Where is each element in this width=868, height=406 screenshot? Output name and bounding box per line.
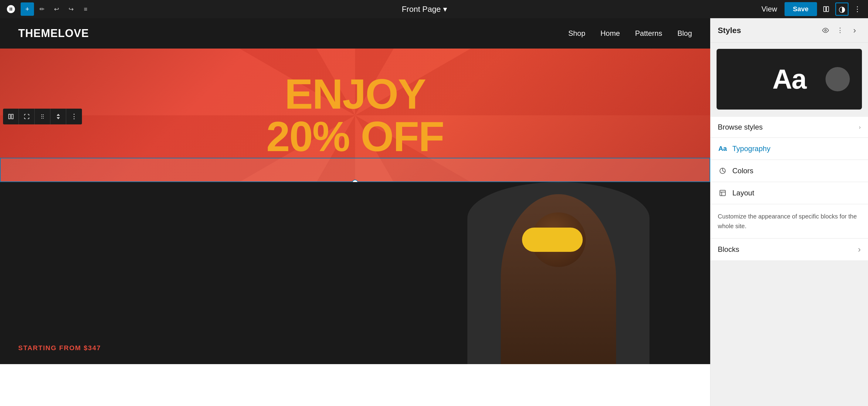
- svg-point-4: [41, 115, 42, 115]
- page-title-text: Front Page: [402, 5, 441, 14]
- blocks-chevron: ›: [858, 245, 861, 254]
- colors-item-left: Colors: [718, 166, 753, 176]
- svg-point-8: [41, 118, 42, 119]
- svg-rect-3: [11, 115, 13, 119]
- browse-styles-chevron: ›: [859, 124, 861, 130]
- save-button[interactable]: Save: [784, 2, 817, 16]
- hero-banner: ENJOY 20% OFF: [0, 49, 710, 182]
- nav-blog[interactable]: Blog: [677, 29, 692, 38]
- layout-toggle-button[interactable]: [819, 2, 833, 16]
- layout-item-left: Layout: [718, 188, 754, 198]
- site-nav: Shop Home Patterns Blog: [568, 29, 692, 38]
- pen-tool-button[interactable]: ✏: [35, 2, 49, 16]
- panel-close-button[interactable]: ›: [848, 24, 861, 36]
- browse-styles-item[interactable]: Browse styles ›: [711, 117, 868, 138]
- block-more-button[interactable]: ⋮: [66, 108, 82, 124]
- typography-item-left: Aa Typography: [718, 144, 770, 154]
- block-toolbar: ⋮: [3, 108, 82, 124]
- svg-rect-2: [8, 115, 10, 119]
- starting-from-text: STARTING FROM $347: [18, 344, 101, 352]
- svg-point-5: [43, 115, 44, 115]
- drag-handle[interactable]: [352, 180, 358, 182]
- nav-patterns[interactable]: Patterns: [635, 29, 662, 38]
- block-drag-button[interactable]: [35, 108, 51, 124]
- settings-more-button[interactable]: ⋮: [851, 2, 864, 16]
- style-preview[interactable]: Aa: [717, 49, 862, 110]
- selected-block-overlay[interactable]: [0, 158, 710, 182]
- svg-rect-12: [720, 190, 725, 196]
- site-logo: THEMELOVE: [18, 27, 89, 40]
- panel-chevron-right-icon: ›: [853, 26, 856, 35]
- page-title-button[interactable]: Front Page ▾: [397, 2, 452, 17]
- list-view-button[interactable]: ≡: [79, 2, 92, 16]
- svg-rect-0: [824, 7, 826, 12]
- undo-button[interactable]: ↩: [50, 2, 63, 16]
- panel-description: Customize the appearance of specific blo…: [711, 204, 868, 238]
- hero-headline-line1: ENJOY: [266, 73, 444, 115]
- svg-point-10: [825, 29, 827, 31]
- canvas: THEMELOVE Shop Home Patterns Blog ENJOY …: [0, 18, 710, 406]
- typography-icon: Aa: [718, 144, 727, 154]
- redo-button[interactable]: ↪: [64, 2, 78, 16]
- panel-more-button[interactable]: ⋮: [834, 24, 846, 36]
- panel-title: Styles: [718, 26, 741, 35]
- panel-description-text: Customize the appearance of specific blo…: [718, 213, 857, 229]
- panel-eye-button[interactable]: [819, 24, 832, 36]
- svg-point-9: [43, 118, 44, 119]
- hero-headline-line2: 20% OFF: [266, 115, 444, 158]
- toolbar-center: Front Page ▾: [93, 2, 755, 17]
- curved-shape: [467, 182, 649, 364]
- headband: [522, 227, 583, 252]
- nav-shop[interactable]: Shop: [568, 29, 585, 38]
- style-preview-aa: Aa: [772, 64, 806, 95]
- block-expand-button[interactable]: [19, 108, 35, 124]
- svg-point-6: [41, 116, 42, 117]
- site-header: THEMELOVE Shop Home Patterns Blog: [0, 18, 710, 49]
- wp-logo[interactable]: [4, 2, 18, 17]
- typography-label: Typography: [732, 145, 770, 153]
- main-area: THEMELOVE Shop Home Patterns Blog ENJOY …: [0, 18, 868, 406]
- block-columns-button[interactable]: [3, 108, 19, 124]
- view-button[interactable]: View: [756, 2, 782, 16]
- layout-item[interactable]: Layout: [711, 182, 868, 204]
- nav-home[interactable]: Home: [600, 29, 620, 38]
- styles-panel: Styles ⋮ › Aa Browse styles ›: [710, 18, 868, 406]
- styles-toggle-button[interactable]: ◑: [835, 2, 848, 16]
- blocks-label: Blocks: [718, 245, 739, 254]
- colors-label: Colors: [732, 166, 753, 175]
- layout-label: Layout: [732, 189, 754, 197]
- toolbar-right: View Save ◑ ⋮: [756, 2, 864, 16]
- add-block-button[interactable]: +: [21, 2, 34, 16]
- contrast-icon: ◑: [839, 5, 845, 14]
- colors-icon: [718, 166, 727, 176]
- block-updown-button[interactable]: [51, 108, 66, 124]
- browse-styles-label: Browse styles: [718, 123, 763, 131]
- block-more-icon: ⋮: [71, 113, 78, 121]
- blocks-item[interactable]: Blocks ›: [711, 238, 868, 260]
- ellipsis-icon: ⋮: [854, 5, 862, 13]
- layout-icon: [718, 188, 727, 198]
- page-title-chevron: ▾: [443, 5, 447, 14]
- panel-header-actions: ⋮ ›: [819, 24, 861, 36]
- typography-item[interactable]: Aa Typography: [711, 138, 868, 160]
- panel-header: Styles ⋮ ›: [711, 18, 868, 43]
- colors-item[interactable]: Colors: [711, 160, 868, 182]
- svg-point-7: [43, 116, 44, 117]
- canvas-inner: THEMELOVE Shop Home Patterns Blog ENJOY …: [0, 18, 710, 406]
- bottom-section: STARTING FROM $347: [0, 182, 710, 364]
- hero-text: ENJOY 20% OFF: [266, 73, 444, 158]
- main-toolbar: + ✏ ↩ ↪ ≡ Front Page ▾ View Save ◑ ⋮: [0, 0, 868, 18]
- style-preview-circle: [826, 67, 850, 91]
- panel-more-icon: ⋮: [837, 26, 843, 34]
- svg-rect-1: [827, 7, 829, 12]
